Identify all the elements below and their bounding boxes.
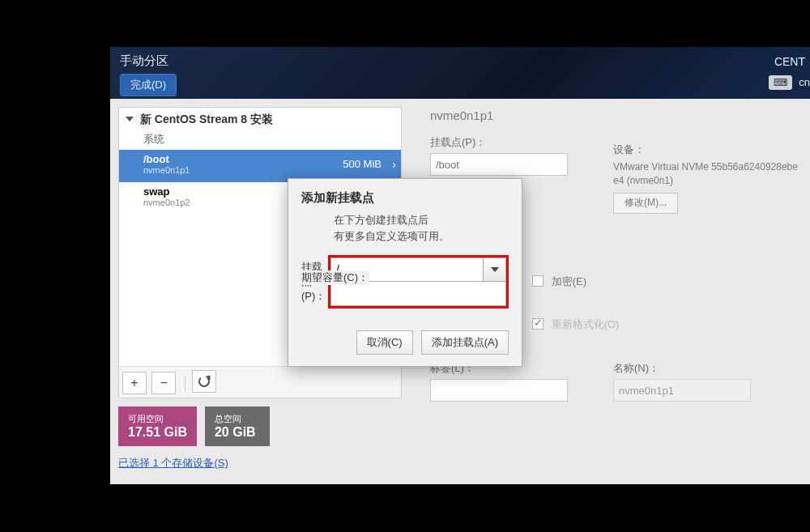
desired-capacity-input[interactable] [330,282,506,306]
chevron-down-icon [491,267,499,272]
distro-label: CENT [769,55,810,68]
keyboard-layout: cn [799,76,810,88]
dialog-title: 添加新挂载点 [301,190,509,206]
partition-size: 500 MiB [343,158,382,170]
dialog-mount-label: 挂载点(P)： [301,260,328,304]
name-field-group: 名称(N)： nvme0n1p1 [613,361,751,402]
done-button[interactable]: 完成(D) [120,74,177,96]
separator [185,376,185,392]
tree-root[interactable]: 新 CentOS Stream 8 安装 [119,108,401,130]
mount-point-label: 挂载点(P)： [430,135,803,150]
modify-device-button[interactable]: 修改(M)... [613,193,678,214]
refresh-button[interactable] [192,370,216,393]
chevron-down-icon [126,117,134,121]
refresh-icon [198,376,210,387]
name-input: nvme0n1p1 [613,379,751,402]
page-title: 手动分区 [120,53,800,69]
devices-label: 设备： [613,143,799,157]
partition-toolbar: + − [119,366,401,398]
dialog-description: 在下方创建挂载点后 有更多自定义选项可用。 [334,212,509,244]
header-bar: 手动分区 完成(D) CENT ⌨ cn [110,47,810,99]
label-field-group: 标签(L)： [430,361,568,402]
encrypt-checkbox[interactable] [532,275,544,287]
chevron-right-icon: › [392,158,396,171]
storage-devices-link[interactable]: 已选择 1 个存储设备(S) [118,456,228,470]
partition-item-boot[interactable]: /boot nvme0n1p1 500 MiB › [119,150,401,182]
header-right: CENT ⌨ cn [769,55,810,90]
size-summary: 可用空间 17.51 GiB 总空间 20 GiB [118,406,402,446]
mount-point-input[interactable] [330,257,484,282]
right-column: nvme0n1p1 挂载点(P)： /boot 设备： VMware Virtu… [430,109,803,176]
device-info: 设备： VMware Virtual NVMe 55b56a6240928ebe… [613,143,799,214]
label-input[interactable] [430,379,568,402]
cancel-button[interactable]: 取消(C) [356,330,413,355]
devices-value: VMware Virtual NVMe 55b56a6240928ebe e4 … [613,160,799,188]
add-mount-point-button[interactable]: 添加挂载点(A) [421,330,509,355]
reformat-row: 重新格式化(O) [532,317,619,332]
name-label: 名称(N)： [613,361,751,376]
mount-point-combo[interactable] [330,257,506,282]
total-space-box: 总空间 20 GiB [205,406,270,446]
dialog-buttons: 取消(C) 添加挂载点(A) [301,330,509,355]
current-device-title: nvme0n1p1 [430,109,803,122]
mount-point-dropdown-button[interactable] [484,257,506,282]
bottom-fields-row: 标签(L)： 名称(N)： nvme0n1p1 [430,361,751,402]
keyboard-icon[interactable]: ⌨ [769,75,792,90]
tree-section-system: 系统 [119,130,401,150]
reformat-checkbox [532,318,544,330]
mount-point-field[interactable]: /boot [430,153,568,176]
encrypt-row[interactable]: 加密(E) [532,275,586,289]
mount-point-row: 挂载点(P)： [301,255,509,309]
available-space-box: 可用空间 17.51 GiB [118,406,197,446]
remove-partition-button[interactable]: − [151,372,176,394]
add-mount-point-dialog: 添加新挂载点 在下方创建挂载点后 有更多自定义选项可用。 挂载点(P)： 期望容… [288,178,522,367]
add-partition-button[interactable]: + [122,372,147,394]
